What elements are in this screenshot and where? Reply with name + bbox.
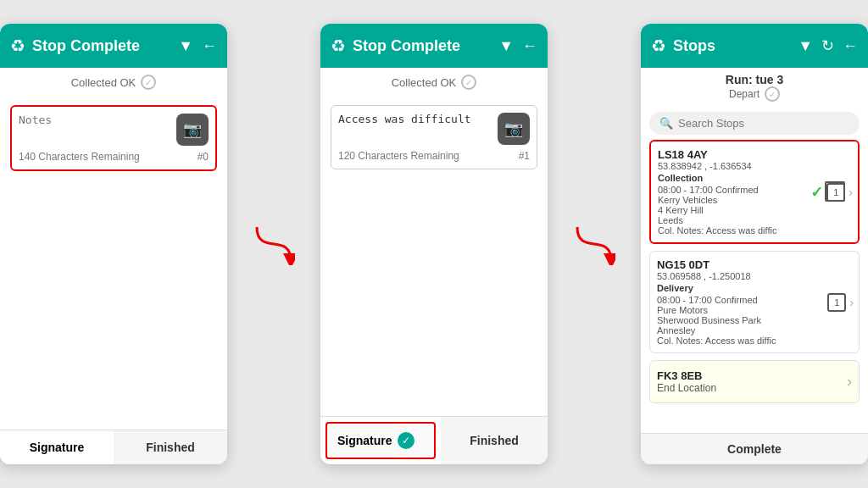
- end-location-text: FK3 8EB End Location: [657, 369, 716, 394]
- stop1-check-icon: ✓: [810, 183, 823, 202]
- top-bar-3: ♻ Stops ▼ ↻ ←: [641, 24, 868, 68]
- stop1-notes: Col. Notes: Access was diffic: [658, 225, 851, 236]
- panel-1: ♻ Stop Complete ▼ ← Collected OK ✓ 📷 140…: [0, 24, 227, 464]
- search-input[interactable]: [678, 117, 849, 130]
- back-button-2[interactable]: ←: [522, 37, 537, 55]
- panel-3: ♻ Stops ▼ ↻ ← Run: tue 3 Depart ✓ 🔍 LS18…: [641, 24, 868, 464]
- stop1-chevron-icon[interactable]: ›: [849, 186, 853, 199]
- run-title: Run: tue 3: [646, 73, 863, 86]
- status-check-2: ✓: [461, 75, 476, 90]
- back-button-1[interactable]: ←: [202, 37, 217, 55]
- chars-remaining-2: 120 Characters Remaining: [338, 150, 459, 162]
- stop1-address1: 4 Kerry Hill: [658, 205, 851, 215]
- stop2-actions: 1 ›: [827, 293, 854, 312]
- route-icon-3: ♻: [651, 36, 666, 56]
- stop2-copy-icon[interactable]: 1: [827, 293, 846, 312]
- top-bar-actions-2: ▼ ←: [498, 37, 537, 55]
- notes-footer-2: 120 Characters Remaining #1: [338, 148, 530, 162]
- notes-inner-1: 📷: [19, 114, 209, 146]
- complete-label: Complete: [727, 442, 782, 456]
- status-check-1: ✓: [141, 75, 156, 90]
- stop2-time: 08:00 - 17:00 Confirmed: [657, 295, 852, 305]
- stops-list: LS18 4AY 53.838942 , -1.636534 Collectio…: [641, 140, 868, 433]
- collected-ok-label-1: Collected OK: [71, 76, 136, 89]
- back-button-3[interactable]: ←: [843, 37, 858, 55]
- tab-finished-2[interactable]: Finished: [441, 417, 548, 464]
- arrow-1: [253, 223, 295, 265]
- bottom-tabs-1: Signature Finished: [0, 430, 227, 464]
- hash-count-2: #1: [519, 150, 530, 162]
- stop1-coords: 53.838942 , -1.636534: [658, 161, 851, 171]
- end-label: End Location: [657, 382, 716, 394]
- camera-button-2[interactable]: 📷: [498, 113, 530, 145]
- hash-count-1: #0: [198, 151, 209, 163]
- route-icon-1: ♻: [10, 36, 25, 56]
- status-row-1: Collected OK ✓: [0, 68, 227, 97]
- end-location-chevron-icon[interactable]: ›: [847, 373, 852, 391]
- stop1-type: Collection: [658, 173, 851, 183]
- stop2-coords: 53.069588 , -1.250018: [657, 271, 852, 281]
- stop1-postcode: LS18 4AY: [658, 148, 851, 161]
- depart-row: Depart ✓: [646, 86, 863, 102]
- route-icon-2: ♻: [331, 36, 346, 56]
- stop-item-2[interactable]: NG15 0DT 53.069588 , -1.250018 Delivery …: [649, 251, 860, 353]
- stop2-company: Pure Motors: [657, 305, 852, 315]
- depart-check: ✓: [765, 86, 780, 102]
- filter-button-1[interactable]: ▼: [178, 37, 193, 55]
- content-1: 📷 140 Characters Remaining #0: [0, 97, 227, 430]
- notes-box-2: 📷 120 Characters Remaining #1: [331, 105, 537, 169]
- notes-inner-2: 📷: [338, 113, 530, 145]
- stop1-address2: Leeds: [658, 215, 851, 225]
- status-row-2: Collected OK ✓: [320, 68, 548, 97]
- depart-label: Depart: [729, 88, 760, 100]
- end-postcode: FK3 8EB: [657, 369, 716, 382]
- camera-button-1[interactable]: 📷: [176, 114, 209, 146]
- notes-footer-1: 140 Characters Remaining #0: [19, 149, 209, 163]
- stop2-chevron-icon[interactable]: ›: [849, 296, 854, 309]
- panel3-title: Stops: [673, 37, 791, 55]
- chars-remaining-1: 140 Characters Remaining: [19, 151, 140, 163]
- stop2-postcode: NG15 0DT: [657, 258, 852, 271]
- complete-bar[interactable]: Complete: [641, 433, 868, 464]
- refresh-button-3[interactable]: ↻: [821, 36, 834, 55]
- arrow-svg-2: [573, 223, 615, 265]
- panel2-title: Stop Complete: [353, 37, 492, 55]
- stop2-address2: Annesley: [657, 325, 852, 336]
- top-bar-actions-3: ▼ ↻ ←: [798, 36, 858, 55]
- notes-box-1: 📷 140 Characters Remaining #0: [10, 105, 217, 171]
- stop2-notes: Col. Notes: Access was diffic: [657, 336, 852, 346]
- filter-button-2[interactable]: ▼: [498, 37, 514, 55]
- stop-item-1[interactable]: LS18 4AY 53.838942 , -1.636534 Collectio…: [649, 140, 860, 244]
- content-2: 📷 120 Characters Remaining #1: [320, 97, 548, 416]
- stop1-copy-icon[interactable]: 1: [826, 183, 845, 202]
- top-bar-actions-1: ▼ ←: [178, 37, 217, 55]
- notes-input-1[interactable]: [19, 114, 170, 144]
- signature-check-icon: ✓: [398, 432, 415, 449]
- stop1-actions: ✓ 1 ›: [810, 183, 853, 202]
- top-bar-1: ♻ Stop Complete ▼ ←: [0, 24, 227, 68]
- tab-finished-1[interactable]: Finished: [114, 430, 227, 464]
- arrow-svg-1: [253, 223, 295, 265]
- search-bar: 🔍: [649, 112, 860, 135]
- panel1-title: Stop Complete: [32, 37, 171, 55]
- stop2-address1: Sherwood Business Park: [657, 315, 852, 325]
- run-header: Run: tue 3 Depart ✓: [641, 68, 868, 107]
- arrow-2: [573, 223, 615, 265]
- filter-button-3[interactable]: ▼: [798, 37, 813, 55]
- tab-signature-1[interactable]: Signature: [0, 430, 114, 464]
- bottom-tabs-2: Signature ✓ Finished: [320, 416, 548, 464]
- search-icon: 🔍: [659, 117, 673, 130]
- notes-input-2[interactable]: [338, 113, 491, 143]
- top-bar-2: ♻ Stop Complete ▼ ←: [320, 24, 548, 68]
- stop2-type: Delivery: [657, 283, 852, 293]
- signature-tab-highlighted[interactable]: Signature ✓: [326, 422, 436, 459]
- end-location-item[interactable]: FK3 8EB End Location ›: [649, 360, 860, 403]
- collected-ok-label-2: Collected OK: [392, 76, 457, 89]
- signature-label-2: Signature: [337, 434, 392, 447]
- panel-2: ♻ Stop Complete ▼ ← Collected OK ✓ 📷 120…: [320, 24, 548, 464]
